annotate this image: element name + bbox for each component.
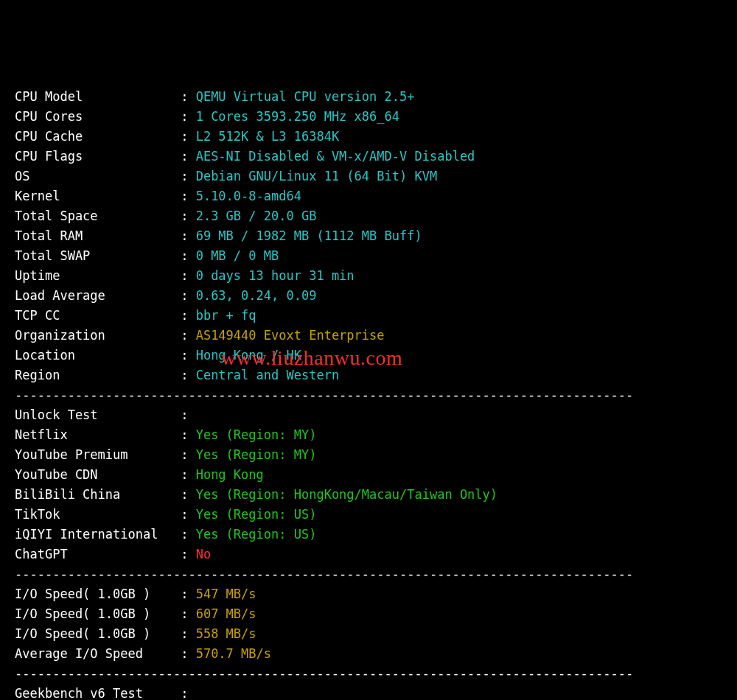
row-separator: :	[181, 487, 195, 502]
row-label: I/O Speed( 1.0GB )	[15, 604, 181, 624]
output-row: Geekbench v6 Test :	[15, 684, 737, 700]
row-separator: :	[181, 587, 195, 601]
row-label: Geekbench v6 Test	[15, 684, 181, 700]
row-separator: :	[181, 328, 195, 343]
terminal-output: CPU Model : QEMU Virtual CPU version 2.5…	[15, 87, 737, 700]
row-label: CPU Cache	[15, 127, 181, 147]
output-row: TikTok : Yes (Region: US)	[15, 505, 737, 525]
output-row: I/O Speed( 1.0GB ) : 547 MB/s	[15, 584, 737, 604]
row-label: Unlock Test	[15, 405, 181, 425]
row-value: Debian GNU/Linux 11 (64 Bit) KVM	[196, 169, 438, 183]
row-separator: :	[181, 368, 195, 382]
output-row: YouTube Premium : Yes (Region: MY)	[15, 445, 737, 465]
row-label: Total Space	[15, 206, 181, 226]
output-row: I/O Speed( 1.0GB ) : 607 MB/s	[15, 604, 737, 624]
row-value: 0 MB / 0 MB	[196, 248, 279, 263]
row-value: AES-NI Disabled & VM-x/AMD-V Disabled	[196, 149, 475, 164]
row-separator: :	[181, 129, 195, 144]
output-row: ChatGPT : No	[15, 545, 737, 564]
row-separator: :	[181, 407, 195, 422]
row-separator: :	[181, 209, 195, 223]
row-separator: :	[181, 427, 195, 442]
row-value: Hong Kong / HK	[196, 348, 301, 363]
row-separator: :	[181, 109, 195, 124]
row-value: No	[196, 547, 211, 561]
row-label: I/O Speed( 1.0GB )	[15, 584, 181, 604]
row-separator: :	[181, 169, 195, 183]
output-row: TCP CC : bbr + fq	[15, 306, 737, 326]
row-label: TCP CC	[15, 306, 181, 326]
row-label: OS	[15, 167, 181, 186]
section-divider: ----------------------------------------…	[15, 564, 737, 584]
row-separator: :	[181, 149, 195, 164]
row-separator: :	[181, 268, 195, 283]
row-label: YouTube CDN	[15, 465, 181, 485]
output-row: Uptime : 0 days 13 hour 31 min	[15, 266, 737, 286]
row-label: Netflix	[15, 425, 181, 445]
row-separator: :	[181, 308, 195, 323]
output-row: Location : Hong Kong / HK	[15, 346, 737, 365]
output-row: BiliBili China : Yes (Region: HongKong/M…	[15, 485, 737, 505]
output-row: CPU Cores : 1 Cores 3593.250 MHz x86_64	[15, 107, 737, 127]
row-separator: :	[181, 686, 195, 700]
row-separator: :	[181, 467, 195, 482]
row-separator: :	[181, 248, 195, 263]
row-label: iQIYI International	[15, 525, 181, 545]
output-row: CPU Model : QEMU Virtual CPU version 2.5…	[15, 87, 737, 107]
row-label: CPU Cores	[15, 107, 181, 127]
output-row: Total SWAP : 0 MB / 0 MB	[15, 246, 737, 266]
row-label: Average I/O Speed	[15, 644, 181, 664]
row-label: Total SWAP	[15, 246, 181, 266]
row-label: CPU Flags	[15, 147, 181, 167]
output-row: I/O Speed( 1.0GB ) : 558 MB/s	[15, 624, 737, 644]
row-separator: :	[181, 606, 195, 621]
row-separator: :	[181, 228, 195, 243]
row-separator: :	[181, 626, 195, 641]
output-row: Organization : AS149440 Evoxt Enterprise	[15, 326, 737, 346]
row-separator: :	[181, 89, 195, 104]
row-value: bbr + fq	[196, 308, 256, 323]
row-value: 69 MB / 1982 MB (1112 MB Buff)	[196, 228, 422, 243]
row-label: Load Average	[15, 286, 181, 306]
row-value: 547 MB/s	[196, 587, 256, 601]
row-label: YouTube Premium	[15, 445, 181, 465]
row-label: Uptime	[15, 266, 181, 286]
row-label: ChatGPT	[15, 545, 181, 564]
row-value: Central and Western	[196, 368, 339, 382]
output-row: iQIYI International : Yes (Region: US)	[15, 525, 737, 545]
row-label: BiliBili China	[15, 485, 181, 505]
row-separator: :	[181, 288, 195, 303]
row-value: Yes (Region: US)	[196, 507, 317, 522]
row-value: 0 days 13 hour 31 min	[196, 268, 354, 283]
output-row: Unlock Test :	[15, 405, 737, 425]
row-label: I/O Speed( 1.0GB )	[15, 624, 181, 644]
row-value: Yes (Region: MY)	[196, 447, 317, 462]
row-label: Location	[15, 346, 181, 365]
row-label: TikTok	[15, 505, 181, 525]
row-label: Organization	[15, 326, 181, 346]
row-value: 570.7 MB/s	[196, 646, 271, 661]
section-divider: ----------------------------------------…	[15, 385, 737, 405]
row-separator: :	[181, 189, 195, 203]
row-value: 607 MB/s	[196, 606, 256, 621]
row-value: QEMU Virtual CPU version 2.5+	[196, 89, 415, 104]
output-row: Kernel : 5.10.0-8-amd64	[15, 186, 737, 206]
row-value: 1 Cores 3593.250 MHz x86_64	[196, 109, 399, 124]
row-separator: :	[181, 547, 195, 561]
output-row: OS : Debian GNU/Linux 11 (64 Bit) KVM	[15, 167, 737, 186]
row-value: Yes (Region: MY)	[196, 427, 317, 442]
output-row: Average I/O Speed : 570.7 MB/s	[15, 644, 737, 664]
row-separator: :	[181, 447, 195, 462]
row-value: Yes (Region: HongKong/Macau/Taiwan Only)	[196, 487, 497, 502]
output-row: Load Average : 0.63, 0.24, 0.09	[15, 286, 737, 306]
row-value: Hong Kong	[196, 467, 264, 482]
output-row: Total RAM : 69 MB / 1982 MB (1112 MB Buf…	[15, 226, 737, 246]
row-value: AS149440 Evoxt Enterprise	[196, 328, 385, 343]
row-label: Total RAM	[15, 226, 181, 246]
row-label: Kernel	[15, 186, 181, 206]
row-value: L2 512K & L3 16384K	[196, 129, 339, 144]
section-divider: ----------------------------------------…	[15, 664, 737, 684]
output-row: Netflix : Yes (Region: MY)	[15, 425, 737, 445]
row-separator: :	[181, 527, 195, 542]
row-label: CPU Model	[15, 87, 181, 107]
